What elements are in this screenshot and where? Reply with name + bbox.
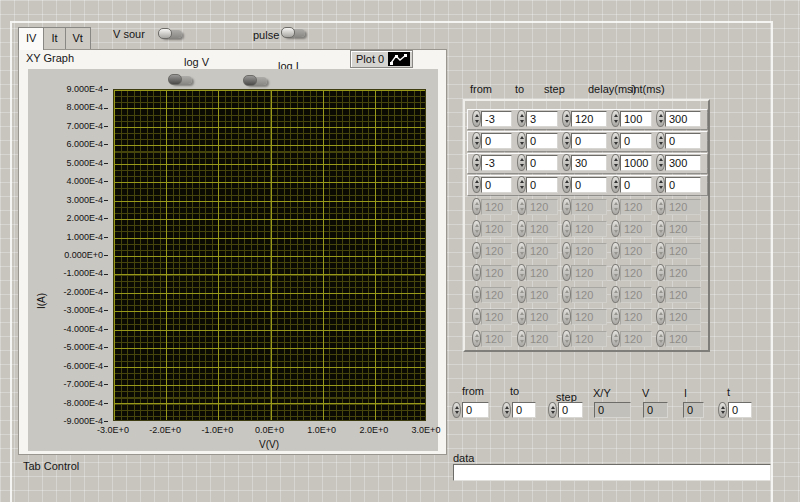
param-spinner bbox=[562, 286, 571, 303]
param-field[interactable]: 30 bbox=[571, 155, 607, 171]
y-tick: 7.000E-4 bbox=[32, 121, 108, 131]
readout-from-field[interactable]: 0 bbox=[462, 402, 489, 418]
log-i-switch[interactable] bbox=[243, 75, 267, 87]
plot-legend[interactable]: Plot 0 bbox=[350, 50, 413, 68]
param-field[interactable]: 0 bbox=[571, 177, 607, 193]
xy-graph: I(A) 9.000E-48.000E-47.000E-46.000E-45.0… bbox=[28, 69, 438, 451]
param-field[interactable]: 1000 bbox=[620, 155, 652, 171]
param-spinner bbox=[472, 198, 481, 215]
readout-step-field[interactable]: 0 bbox=[558, 402, 583, 418]
param-spinner bbox=[517, 220, 526, 237]
param-spinner[interactable] bbox=[656, 154, 665, 171]
param-spinner[interactable] bbox=[517, 110, 526, 127]
readout-step-spinner[interactable] bbox=[548, 402, 557, 418]
param-field[interactable]: 0 bbox=[620, 133, 652, 149]
tab-iv[interactable]: IV bbox=[18, 27, 44, 50]
param-spinner[interactable] bbox=[472, 132, 481, 149]
param-field: 120 bbox=[665, 309, 701, 325]
param-field: 120 bbox=[481, 221, 512, 237]
param-field: 120 bbox=[481, 287, 512, 303]
params-header-step: step bbox=[544, 83, 565, 95]
param-spinner bbox=[562, 330, 571, 347]
x-tick: -1.0E+0 bbox=[192, 425, 242, 435]
y-tick: 6.000E-4 bbox=[32, 139, 108, 149]
param-spinner bbox=[611, 264, 620, 281]
y-tick: 9.000E-4 bbox=[32, 84, 108, 94]
switch-knob[interactable] bbox=[243, 75, 257, 86]
x-tick: 2.0E+0 bbox=[349, 425, 399, 435]
y-tick: 0.000E+0 bbox=[32, 250, 108, 260]
param-spinner[interactable] bbox=[472, 110, 481, 127]
param-spinner[interactable] bbox=[472, 176, 481, 193]
param-field[interactable]: 0 bbox=[571, 133, 607, 149]
plot-legend-label: Plot 0 bbox=[356, 53, 384, 65]
param-spinner[interactable] bbox=[656, 132, 665, 149]
param-field: 120 bbox=[620, 243, 652, 259]
switch-knob[interactable] bbox=[168, 74, 182, 85]
readout-t-spinner[interactable] bbox=[718, 402, 727, 418]
tab-vt[interactable]: Vt bbox=[65, 27, 91, 49]
data-field[interactable] bbox=[453, 464, 771, 481]
param-row-8: 120120120120120 bbox=[467, 263, 707, 283]
switch-knob[interactable] bbox=[281, 27, 295, 38]
readout-t-field[interactable]: 0 bbox=[728, 402, 752, 418]
param-field[interactable]: -3 bbox=[481, 111, 512, 127]
param-spinner[interactable] bbox=[611, 110, 620, 127]
param-spinner[interactable] bbox=[517, 176, 526, 193]
param-field: 120 bbox=[481, 309, 512, 325]
param-spinner[interactable] bbox=[517, 154, 526, 171]
y-tick: -5.000E-4 bbox=[32, 342, 108, 352]
readout-from-spinner[interactable] bbox=[452, 402, 461, 418]
param-field: 120 bbox=[571, 331, 607, 347]
param-spinner bbox=[562, 242, 571, 259]
param-row-6: 120120120120120 bbox=[467, 219, 707, 239]
param-spinner[interactable] bbox=[611, 132, 620, 149]
pulse-switch[interactable] bbox=[281, 27, 305, 39]
param-spinner[interactable] bbox=[562, 176, 571, 193]
param-field: 120 bbox=[481, 331, 512, 347]
param-field[interactable]: 0 bbox=[481, 133, 512, 149]
param-spinner[interactable] bbox=[472, 154, 481, 171]
param-spinner[interactable] bbox=[656, 176, 665, 193]
readout-xy-indicator: 0 bbox=[594, 402, 631, 418]
param-spinner[interactable] bbox=[611, 176, 620, 193]
readout-v-indicator: 0 bbox=[643, 402, 668, 418]
param-spinner[interactable] bbox=[517, 132, 526, 149]
param-field[interactable]: 0 bbox=[526, 177, 558, 193]
param-spinner[interactable] bbox=[656, 110, 665, 127]
param-field[interactable]: 0 bbox=[620, 177, 652, 193]
param-spinner[interactable] bbox=[611, 154, 620, 171]
param-spinner bbox=[562, 220, 571, 237]
v-source-switch[interactable] bbox=[158, 28, 182, 40]
param-field: 120 bbox=[665, 199, 701, 215]
param-field[interactable]: 0 bbox=[526, 155, 558, 171]
param-spinner[interactable] bbox=[562, 110, 571, 127]
param-field: 120 bbox=[526, 287, 558, 303]
param-field[interactable]: 0 bbox=[665, 133, 701, 149]
param-field[interactable]: 120 bbox=[571, 111, 607, 127]
param-field[interactable]: 0 bbox=[481, 177, 512, 193]
tab-it[interactable]: It bbox=[43, 27, 65, 49]
param-spinner bbox=[611, 330, 620, 347]
readout-to-label: to bbox=[510, 385, 519, 397]
param-spinner[interactable] bbox=[562, 154, 571, 171]
x-tick: -3.0E+0 bbox=[88, 425, 138, 435]
param-field[interactable]: 0 bbox=[665, 177, 701, 193]
log-v-switch[interactable] bbox=[168, 74, 192, 86]
param-spinner[interactable] bbox=[562, 132, 571, 149]
param-field: 120 bbox=[526, 331, 558, 347]
readout-to-spinner[interactable] bbox=[502, 402, 511, 418]
param-field: 120 bbox=[620, 265, 652, 281]
param-spinner bbox=[656, 286, 665, 303]
readout-to-field[interactable]: 0 bbox=[512, 402, 536, 418]
param-field[interactable]: 3 bbox=[526, 111, 558, 127]
param-field[interactable]: 0 bbox=[526, 133, 558, 149]
param-spinner bbox=[656, 242, 665, 259]
y-tick: 8.000E-4 bbox=[32, 102, 108, 112]
switch-knob[interactable] bbox=[158, 28, 172, 39]
param-field[interactable]: 300 bbox=[665, 155, 701, 171]
param-row-9: 120120120120120 bbox=[467, 285, 707, 305]
param-field[interactable]: 100 bbox=[620, 111, 652, 127]
param-field[interactable]: -3 bbox=[481, 155, 512, 171]
param-field[interactable]: 300 bbox=[665, 111, 701, 127]
